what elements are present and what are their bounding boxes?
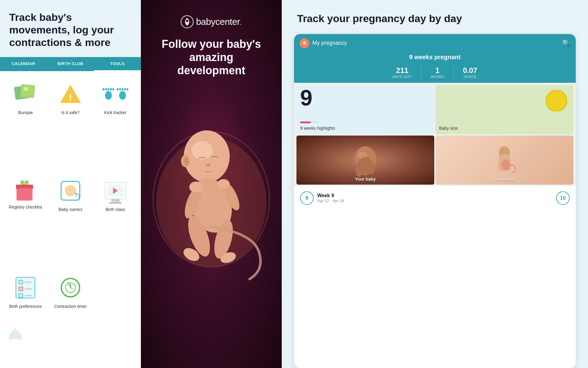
stat-inches: 1 INCHES [421,66,454,79]
registry-label: Registry checklist [9,204,42,210]
cards-grid: 9 9 weeks highlights Baby size [294,83,576,186]
phone-mockup: My pregnancy 🔍 9 weeks pregnant 211 DAYS… [294,34,576,368]
grid-item-birth-preferences[interactable]: ✓ ✕ ✓ Birth preferences [3,268,48,365]
fetus-illustration [145,52,277,328]
tools-grid: Bumpie ! Is it safe? [0,71,141,368]
lemon-icon [546,90,567,111]
kick-tracker-label: Kick tracker [104,110,126,115]
svg-point-7 [186,20,188,22]
contraction-timer-label: Contraction timer [54,304,87,309]
panel-tools: Track baby's movements, log your contrac… [0,0,141,368]
baby-names-label: Baby names [58,207,82,212]
prev-week-bubble[interactable]: 8 [300,191,314,205]
footprint-icon [103,82,128,106]
contraction-icon [58,275,83,300]
baby-names-icon: ? [58,178,83,203]
card-your-body[interactable]: Your body [435,136,573,185]
panel-babycenter: babycenter. Follow your baby's amazing d… [141,0,282,368]
panel3-header: Track your pregnancy day by day [282,0,588,31]
logo-name: babycenter [196,17,239,27]
birth-preferences-label: Birth preferences [9,304,42,309]
search-icon[interactable]: 🔍 [562,39,570,47]
grid-item-baby-names[interactable]: ? Baby names [48,171,93,268]
week-progress-bar [300,121,318,123]
panel1-title: Track baby's movements, log your contrac… [9,11,132,48]
card-your-baby[interactable]: Your baby [296,136,434,185]
phone-top-bar: My pregnancy 🔍 [294,34,576,52]
inches-value: 1 [435,66,439,75]
panel2-header: babycenter. Follow your baby's amazing d… [150,0,273,77]
tab-birth-club[interactable]: BIRTH CLUB [47,57,94,71]
svg-point-24 [184,157,189,165]
panel2-tagline: Follow your baby's amazing development [150,37,273,77]
panel1-header: Track baby's movements, log your contrac… [0,0,141,57]
card-baby-size[interactable]: Baby size [435,85,573,134]
panel3-title: Track your pregnancy day by day [297,12,573,25]
svg-text:!: ! [69,92,72,102]
week-title: Week 9 [317,193,552,198]
stat-days-left: 211 DAYS LEFT [383,66,422,79]
your-body-label: Your body [435,177,573,182]
week-info: Week 9 Apr 12 - Apr 18 [317,193,552,203]
grid-item-birth-class[interactable]: Birth class [93,171,138,268]
is-it-safe-label: Is it safe? [61,110,80,115]
panel-pregnancy-tracker: Track your pregnancy day by day My pregn… [282,0,588,368]
my-pregnancy-section: My pregnancy [300,38,347,48]
tab-tools[interactable]: TOOLS [94,57,141,71]
bumpie-icon [13,82,38,106]
birth-class-icon [103,178,128,203]
week-number: 9 [300,87,312,109]
svg-point-17 [217,179,230,189]
svg-point-11 [191,141,213,159]
my-pregnancy-label: My pregnancy [312,40,347,46]
babycenter-logo: babycenter. [181,15,242,28]
gift-icon [15,178,36,201]
grid-item-bumpie[interactable]: Bumpie [3,74,48,171]
svg-point-30 [368,161,375,174]
stats-bar: 211 DAYS LEFT 1 INCHES 0.07 OUNCE [294,66,576,83]
your-baby-label: Your baby [296,177,434,182]
babycenter-logo-text: babycenter. [196,17,242,27]
triangle-icon: ! [58,82,83,106]
days-left-value: 211 [396,66,408,75]
week-dates: Apr 12 - Apr 18 [317,198,552,203]
highlights-label: 9 weeks highlights [300,126,431,131]
birth-class-label: Birth class [105,207,125,212]
week-navigation: 8 Week 9 Apr 12 - Apr 18 10 [294,186,576,210]
grid-item-registry[interactable]: Registry checklist [3,171,48,268]
stat-ounce: 0.07 OUNCE [454,66,487,79]
tab-calendar[interactable]: CALENDAR [0,57,47,71]
birth-pref-icon: ✓ ✕ ✓ [13,275,38,300]
grid-item-is-it-safe[interactable]: ! Is it safe? [48,74,93,171]
svg-point-16 [189,182,203,193]
ounce-value: 0.07 [463,66,477,75]
baby-size-label: Baby size [439,126,570,131]
grid-item-contraction[interactable]: Contraction timer [48,268,93,365]
weeks-pregnant-text: 9 weeks pregnant [409,54,461,60]
days-left-label: DAYS LEFT [393,75,412,79]
ounce-label: OUNCE [464,75,477,79]
bumpie-label: Bumpie [18,110,33,115]
svg-point-29 [356,162,363,177]
svg-point-32 [502,159,510,170]
logo-dot: . [239,17,242,27]
grid-item-kick-tracker[interactable]: Kick tracker [93,74,138,171]
next-week-bubble[interactable]: 10 [556,191,570,205]
svg-point-22 [206,163,211,167]
week-progress-fill [300,121,311,123]
inches-label: INCHES [431,75,444,79]
card-week-highlights[interactable]: 9 9 weeks highlights [296,85,434,134]
pregnancy-icon [300,38,309,48]
weeks-banner: 9 weeks pregnant [294,52,576,66]
tabs-bar: CALENDAR BIRTH CLUB TOOLS [0,57,141,71]
svg-rect-13 [205,179,216,190]
